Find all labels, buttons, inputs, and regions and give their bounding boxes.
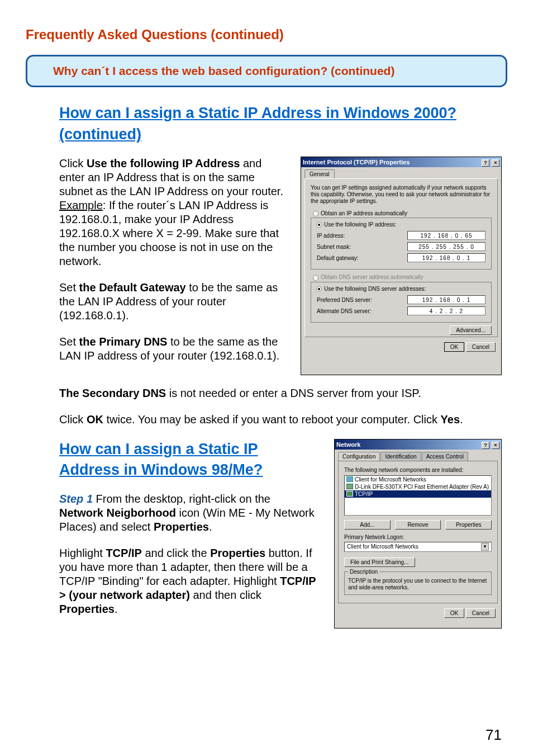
radio-label: Use the following IP address: <box>324 221 396 228</box>
titlebar: Network ? × <box>335 440 501 450</box>
bold-text: Properties <box>210 547 265 559</box>
list-item-label: Client for Microsoft Networks <box>355 476 426 483</box>
properties-button[interactable]: Properties <box>445 520 492 530</box>
tab-general[interactable]: General <box>304 169 335 178</box>
text: twice. You may be asked if you want to r… <box>103 413 441 426</box>
section-heading-win2000: How can I assign a Static IP Address in … <box>59 103 507 145</box>
bold-text: Yes <box>441 413 460 426</box>
text: . <box>460 413 463 426</box>
dialog-intro: You can get IP settings assigned automat… <box>311 185 492 205</box>
default-gateway-label: Default gateway: <box>317 255 407 261</box>
close-icon[interactable]: × <box>492 159 499 167</box>
step-label: Step 1 <box>59 493 93 505</box>
text: . <box>115 603 118 615</box>
text: Highlight <box>59 547 106 559</box>
text: . <box>209 521 212 533</box>
list-item[interactable]: TCP/IP <box>345 490 491 498</box>
bold-text: OK <box>87 413 103 426</box>
preferred-dns-input[interactable]: 192 . 168 . 0 . 1 <box>407 295 486 304</box>
callout-bar: Why can´t I access the web based configu… <box>26 55 507 87</box>
components-listbox[interactable]: Client for Microsoft Networks D-Link DFE… <box>344 475 492 516</box>
cancel-button[interactable]: Cancel <box>466 608 496 618</box>
text: Set <box>59 281 79 294</box>
bold-text: Properties <box>59 603 115 615</box>
ok-button[interactable]: OK <box>444 608 464 618</box>
add-button[interactable]: Add... <box>344 520 391 530</box>
chevron-down-icon[interactable]: ▼ <box>481 543 489 551</box>
protocol-icon <box>346 491 353 497</box>
instructions-text: Click Use the following IP Address and e… <box>59 157 284 375</box>
tab-access-control[interactable]: Access Control <box>422 452 468 461</box>
secondary-dns-note: The Secondary DNS is not needed or enter… <box>59 386 502 400</box>
radio-obtain-auto[interactable]: Obtain an IP address automatically <box>313 210 492 216</box>
dropdown-value: Client for Microsoft Networks <box>347 544 418 550</box>
bold-text: TCP/IP <box>106 547 141 559</box>
dialog-title: Internet Protocol (TCP/IP) Properties <box>303 157 410 167</box>
default-gateway-input[interactable]: 192 . 168 . 0 . 1 <box>407 253 486 262</box>
radio-label: Use the following DNS server addresses: <box>324 286 426 292</box>
win98-dialog: Network ? × Configuration Identification… <box>334 439 502 629</box>
page-number: 71 <box>486 726 502 744</box>
tab-identification[interactable]: Identification <box>380 452 421 461</box>
components-label: The following network components are ins… <box>344 467 492 473</box>
section-heading-win98: How can I assign a Static IP Address in … <box>59 439 317 481</box>
text: Set <box>59 336 79 348</box>
bold-text: Properties <box>154 521 209 533</box>
text: Click <box>59 157 87 169</box>
alternate-dns-label: Alternate DNS server: <box>317 308 407 314</box>
adapter-icon <box>346 484 353 489</box>
subnet-mask-input[interactable]: 255 . 255 . 255 . 0 <box>407 242 486 251</box>
primary-logon-label: Primary Network Logon: <box>344 534 492 540</box>
remove-button[interactable]: Remove <box>395 520 441 530</box>
radio-obtain-dns-auto: Obtain DNS server address automatically <box>313 274 492 280</box>
preferred-dns-label: Preferred DNS server: <box>317 297 407 303</box>
close-icon[interactable]: × <box>492 442 499 449</box>
primary-logon-dropdown[interactable]: Client for Microsoft Networks ▼ <box>344 542 492 552</box>
radio-label: Obtain an IP address automatically <box>321 210 407 216</box>
list-item-label: D-Link DFE-530TX PCI Fast Ethernet Adapt… <box>355 484 489 490</box>
click-ok-note: Click OK twice. You may be asked if you … <box>59 413 502 427</box>
example-underline: Example <box>59 199 103 211</box>
advanced-button[interactable]: Advanced... <box>450 325 492 335</box>
text: and click the <box>142 547 210 559</box>
help-icon[interactable]: ? <box>482 442 489 449</box>
page-title: Frequently Asked Questions (continued) <box>26 27 507 42</box>
description-body: TCP/IP is the protocol you use to connec… <box>348 578 487 590</box>
ok-button[interactable]: OK <box>444 342 464 352</box>
description-heading: Description <box>348 569 379 575</box>
instructions-text-98: How can I assign a Static IP Address in … <box>59 439 317 629</box>
text: is not needed or enter a DNS server from… <box>166 387 421 399</box>
list-item[interactable]: D-Link DFE-530TX PCI Fast Ethernet Adapt… <box>345 483 491 490</box>
text: and then click <box>190 589 261 601</box>
client-icon <box>346 476 353 482</box>
list-item-label: TCP/IP <box>355 491 373 497</box>
bold-text: the Primary DNS <box>79 336 168 348</box>
help-icon[interactable]: ? <box>482 159 489 167</box>
text: Click <box>59 413 87 426</box>
ip-address-input[interactable]: 192 . 168 . 0 . 65 <box>407 231 486 240</box>
win2k-dialog: Internet Protocol (TCP/IP) Properties ? … <box>301 157 502 375</box>
ip-address-label: IP address: <box>317 233 407 239</box>
radio-use-following-ip[interactable]: Use the following IP address: <box>315 221 398 228</box>
titlebar: Internet Protocol (TCP/IP) Properties ? … <box>301 157 501 167</box>
bold-text: the Default Gateway <box>79 281 186 294</box>
bold-text: Use the following IP Address <box>87 157 240 169</box>
radio-label: Obtain DNS server address automatically <box>321 274 423 280</box>
text: From the desktop, right-click on the <box>93 493 270 505</box>
bold-text: The Secondary DNS <box>59 387 166 399</box>
radio-use-following-dns[interactable]: Use the following DNS server addresses: <box>315 286 427 292</box>
subnet-mask-label: Subnet mask: <box>317 244 407 250</box>
dialog-title: Network <box>336 440 360 450</box>
list-item[interactable]: Client for Microsoft Networks <box>345 476 491 483</box>
alternate-dns-input[interactable]: 4 . 2 . 2 . 2 <box>407 306 486 315</box>
cancel-button[interactable]: Cancel <box>466 342 496 352</box>
bold-text: Network Neigborhood <box>59 507 176 519</box>
file-print-sharing-button[interactable]: File and Print Sharing... <box>344 557 415 567</box>
description-box: Description TCP/IP is the protocol you u… <box>344 571 492 595</box>
tab-configuration[interactable]: Configuration <box>338 452 380 461</box>
